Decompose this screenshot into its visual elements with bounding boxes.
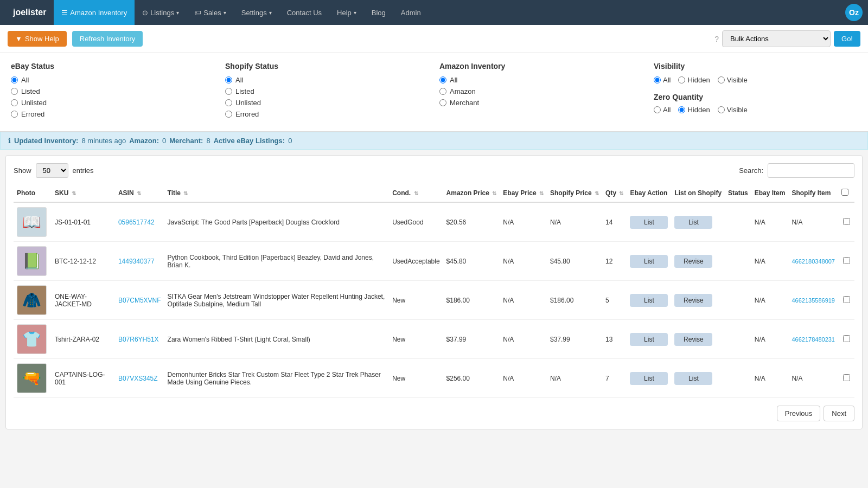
search-input[interactable] <box>768 163 854 178</box>
shopify-all-option[interactable]: All <box>225 76 429 84</box>
shopify-item-link[interactable]: 4662180348007 <box>792 258 835 265</box>
asin-link[interactable]: 0596517742 <box>118 219 155 226</box>
row-checkbox[interactable] <box>843 257 850 264</box>
amazon-price-cell: $45.80 <box>443 242 500 281</box>
ebay-item-cell: N/A <box>751 359 789 398</box>
photo-cell: 🔫 <box>14 359 52 398</box>
go-button[interactable]: Go! <box>834 31 860 47</box>
title-cell: SITKA Gear Men's Jetstream Windstopper W… <box>164 281 390 320</box>
info-active-val: 0 <box>288 137 292 145</box>
shopify-action-button[interactable]: Revise <box>674 333 712 346</box>
ebay-unlisted-option[interactable]: Unlisted <box>11 99 214 107</box>
nav-settings[interactable]: Settings ▾ <box>234 0 279 25</box>
zq-hidden-option[interactable]: Hidden <box>678 106 710 114</box>
show-label: Show <box>14 166 31 175</box>
info-prefix: Updated Inventory: <box>14 137 78 145</box>
ebay-errored-option[interactable]: Errored <box>11 110 214 118</box>
visibility-hidden-option[interactable]: Hidden <box>678 76 710 84</box>
next-button[interactable]: Next <box>824 406 854 421</box>
product-icon: 📗 <box>22 252 41 270</box>
ebay-action-button[interactable]: List <box>630 294 668 307</box>
ebay-price-cell: N/A <box>500 359 547 398</box>
ebay-price-cell: N/A <box>500 281 547 320</box>
amazon-merchant-option[interactable]: Merchant <box>439 99 643 107</box>
ebay-action-button[interactable]: List <box>630 216 668 229</box>
asin-link[interactable]: 1449340377 <box>118 258 155 265</box>
shopify-item-cell: N/A <box>788 359 838 398</box>
row-checkbox[interactable] <box>843 296 850 303</box>
visibility-all-option[interactable]: All <box>654 76 671 84</box>
col-cond[interactable]: Cond. ⇅ <box>389 184 443 202</box>
sort-icon: ⇅ <box>492 190 496 196</box>
ebay-action-button[interactable]: List <box>630 333 668 346</box>
zq-visible-option[interactable]: Visible <box>718 106 748 114</box>
bulk-actions-select[interactable]: Bulk Actions List on eBay List on Shopif… <box>722 30 831 47</box>
shopify-action-button[interactable]: List <box>674 216 712 229</box>
avatar[interactable]: Oz <box>845 4 863 21</box>
photo-cell: 📖 <box>14 202 52 242</box>
col-checkbox[interactable] <box>838 184 854 202</box>
asin-cell: B07R6YH51X <box>115 320 164 359</box>
help-circle-icon[interactable]: ? <box>714 35 719 43</box>
entries-select[interactable]: 10 25 50 100 <box>36 163 68 178</box>
shopify-action-button[interactable]: List <box>674 372 712 385</box>
filter-panel: eBay Status All Listed Unlisted Errored … <box>0 53 868 132</box>
table-row: 📖 JS-01-01-01 0596517742 JavaScript: The… <box>14 202 854 242</box>
amazon-amazon-option[interactable]: Amazon <box>439 87 643 95</box>
ebay-item-cell: N/A <box>751 242 789 281</box>
product-icon: 👕 <box>22 330 41 348</box>
shopify-listed-option[interactable]: Listed <box>225 87 429 95</box>
shopify-action-button[interactable]: Revise <box>674 255 712 268</box>
shopify-item-link[interactable]: 4662135586919 <box>792 297 835 304</box>
zero-quantity-options-row: All Hidden Visible <box>654 106 857 117</box>
ebay-action-button[interactable]: List <box>630 372 668 385</box>
ebay-action-button[interactable]: List <box>630 255 668 268</box>
col-shopify-price[interactable]: Shopify Price ⇅ <box>547 184 602 202</box>
product-photo: 📗 <box>17 246 47 276</box>
nav-amazon-inventory[interactable]: ☰ Amazon Inventory <box>54 0 135 25</box>
shopify-action-button[interactable]: Revise <box>674 294 712 307</box>
row-checkbox[interactable] <box>843 335 850 342</box>
asin-link[interactable]: B07VXS345Z <box>118 375 158 382</box>
shopify-errored-option[interactable]: Errored <box>225 110 429 118</box>
asin-link[interactable]: B07R6YH51X <box>118 336 159 343</box>
col-amazon-price[interactable]: Amazon Price ⇅ <box>443 184 500 202</box>
info-amazon-val: 0 <box>162 137 166 145</box>
brand-logo[interactable]: joelister <box>5 8 54 17</box>
select-all-checkbox[interactable] <box>841 189 848 196</box>
col-ebay-item: Ebay Item <box>751 184 789 202</box>
condition-cell: UsedGood <box>389 202 443 242</box>
visibility-visible-option[interactable]: Visible <box>718 76 748 84</box>
shopify-unlisted-option[interactable]: Unlisted <box>225 99 429 107</box>
condition-cell: New <box>389 359 443 398</box>
shopify-price-cell: $45.80 <box>547 242 602 281</box>
nav-sales[interactable]: 🏷 Sales ▾ <box>187 0 234 25</box>
zq-all-option[interactable]: All <box>654 106 671 114</box>
shopify-status-title: Shopify Status <box>225 62 429 70</box>
asin-link[interactable]: B07CM5XVNF <box>118 297 161 304</box>
col-title[interactable]: Title ⇅ <box>164 184 390 202</box>
table-section: Show 10 25 50 100 entries Search: Photo … <box>5 155 863 429</box>
entries-label: entries <box>73 166 94 175</box>
shopify-item-link[interactable]: 4662178480231 <box>792 336 835 343</box>
nav-contact[interactable]: Contact Us <box>279 0 329 25</box>
col-asin[interactable]: ASIN ⇅ <box>115 184 164 202</box>
refresh-inventory-button[interactable]: Refresh Inventory <box>72 31 143 47</box>
nav-listings[interactable]: ⊙ Listings ▾ <box>135 0 187 25</box>
previous-button[interactable]: Previous <box>777 406 821 421</box>
ebay-listed-option[interactable]: Listed <box>11 87 214 95</box>
col-photo: Photo <box>14 184 52 202</box>
sku-cell: BTC-12-12-12 <box>52 242 115 281</box>
list-icon: ☰ <box>61 9 68 17</box>
row-checkbox[interactable] <box>843 374 850 381</box>
nav-blog[interactable]: Blog <box>364 0 393 25</box>
nav-help[interactable]: Help ▾ <box>329 0 364 25</box>
show-help-button[interactable]: ▼ Show Help <box>8 31 67 47</box>
nav-admin[interactable]: Admin <box>393 0 429 25</box>
col-sku[interactable]: SKU ⇅ <box>52 184 115 202</box>
row-checkbox[interactable] <box>843 218 850 225</box>
col-ebay-price[interactable]: Ebay Price ⇅ <box>500 184 547 202</box>
ebay-all-option[interactable]: All <box>11 76 214 84</box>
amazon-all-option[interactable]: All <box>439 76 643 84</box>
col-qty[interactable]: Qty ⇅ <box>602 184 627 202</box>
